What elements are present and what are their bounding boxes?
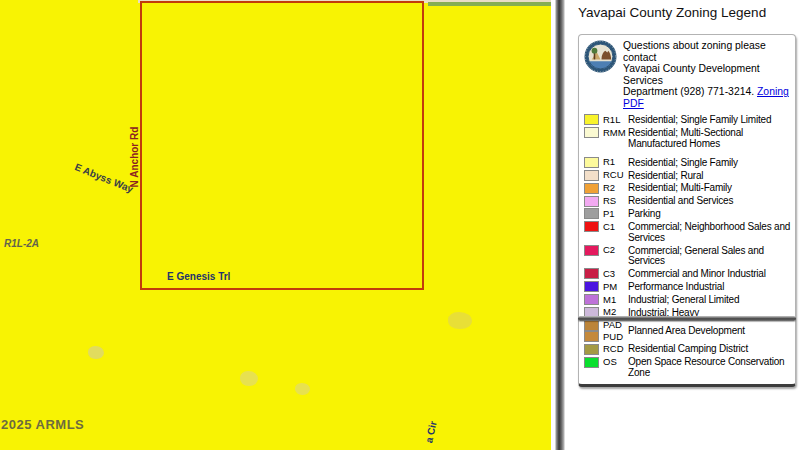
legend-entry: R2Residential; Multi-Family — [584, 183, 791, 194]
zone-description: Parking — [628, 209, 791, 220]
map-building-footprint — [295, 383, 310, 395]
zone-description: Commercial and Minor Industrial — [628, 269, 791, 280]
zone-code: C1 — [603, 222, 615, 232]
legend-entry: C1Commercial; Neighborhood Sales and Ser… — [584, 222, 791, 244]
zone-code: RCD — [603, 344, 624, 354]
zone-description: Residential; Multi-Sectional Manufacture… — [628, 127, 791, 149]
legend-entry: PMPerformance Industrial — [584, 281, 791, 292]
legend-entry: RMMResidential; Multi-Sectional Manufact… — [584, 127, 791, 149]
legend-header: Questions about zoning please contact Ya… — [584, 40, 791, 110]
legend-entries: R1LResidential; Single Family LimitedRMM… — [584, 115, 791, 379]
panel-divider — [551, 0, 568, 450]
legend-entry: RSResidential and Services — [584, 196, 791, 207]
zone-color-swatch — [584, 157, 599, 168]
zone-code: OS — [603, 357, 617, 367]
map-building-footprint — [240, 371, 258, 386]
contact-line-2: Yavapai County Development Services — [623, 63, 760, 86]
zone-description: Residential; Single Family — [628, 157, 791, 168]
zone-code: PAD — [603, 320, 622, 330]
zone-color-swatch — [584, 268, 599, 279]
legend-entry: RCDResidential Camping District — [584, 344, 791, 355]
zone-code: R1 — [603, 157, 615, 167]
legend-entry: RCUResidential; Rural — [584, 170, 791, 181]
legend-title: Yavapai County Zoning Legend — [578, 5, 766, 20]
zone-description: Open Space Resource Conservation Zone — [628, 357, 791, 379]
map-building-footprint — [88, 346, 104, 359]
legend-entry: C2Commercial; General Sales and Services — [584, 245, 791, 267]
zone-code: R1L — [603, 115, 620, 125]
zone-description: Industrial; General Limited — [628, 294, 791, 305]
zone-description: Residential; Rural — [628, 170, 791, 181]
zoning-map[interactable]: N Anchor Rd E Abyss Way R1L-2A E Genesis… — [0, 0, 551, 450]
next-panel-top-edge — [578, 316, 796, 321]
zone-color-swatch — [584, 208, 599, 219]
zone-color-swatch — [584, 281, 599, 292]
legend-entry: R1Residential; Single Family — [584, 157, 791, 168]
zone-description: Residential; Single Family Limited — [628, 115, 791, 126]
zone-color-swatch — [584, 344, 599, 355]
zone-description: Commercial; General Sales and Services — [628, 245, 791, 267]
street-label-cir: a Cir — [423, 420, 438, 444]
zone-code: RS — [603, 196, 616, 206]
zone-color-swatch — [584, 357, 599, 368]
zone-color-swatch — [584, 245, 599, 256]
street-label-n-anchor-rd: N Anchor Rd — [129, 127, 140, 188]
legend-entry: C3Commercial and Minor Industrial — [584, 269, 791, 280]
legend-entry: M1Industrial; General Limited — [584, 294, 791, 305]
zone-code: R2 — [603, 183, 615, 193]
zone-color-swatch — [584, 127, 599, 138]
zone-color-swatch — [584, 170, 599, 181]
county-seal-icon — [584, 40, 617, 73]
copyright-watermark: 2025 ARMLS — [1, 417, 84, 432]
zone-color-swatch — [584, 114, 599, 125]
zone-description: Residential and Services — [628, 196, 791, 207]
zone-code: C3 — [603, 269, 615, 279]
zone-color-swatch — [584, 331, 599, 342]
zone-code-label: R1L-2A — [4, 238, 39, 249]
map-green-boundary — [428, 2, 551, 6]
zone-description: Residential Camping District — [628, 344, 791, 355]
legend-box: Questions about zoning please contact Ya… — [578, 34, 796, 387]
zone-description: Performance Industrial — [628, 281, 791, 292]
zone-color-swatch — [584, 320, 599, 331]
zone-code: PM — [603, 282, 617, 292]
zone-code: PUD — [603, 332, 623, 342]
legend-entry: R1LResidential; Single Family Limited — [584, 115, 791, 126]
parcel-boundary — [140, 1, 424, 290]
legend-entry: P1Parking — [584, 209, 791, 220]
zone-description: Commercial; Neighborhood Sales and Servi… — [628, 222, 791, 244]
zone-description: Residential; Multi-Family — [628, 183, 791, 194]
zone-code: RMM — [603, 128, 626, 138]
street-label-e-genesis-trl: E Genesis Trl — [167, 271, 230, 282]
legend-panel: Yavapai County Zoning Legend Questions a… — [568, 0, 800, 450]
legend-entry: OSOpen Space Resource Conservation Zone — [584, 357, 791, 379]
zone-color-swatch — [584, 294, 599, 305]
map-building-footprint — [448, 312, 472, 329]
zone-code: P1 — [603, 209, 615, 219]
contact-line-3: Department (928) 771-3214. — [623, 86, 757, 97]
zone-code: C2 — [603, 245, 615, 255]
contact-line-1: Questions about zoning please contact — [623, 40, 766, 63]
zone-color-swatch — [584, 221, 599, 232]
street-label-e-abyss-way: E Abyss Way — [73, 161, 135, 194]
zone-code: RCU — [603, 170, 624, 180]
zone-description: Planned Area Development — [628, 326, 791, 337]
zone-code: M1 — [603, 295, 616, 305]
legend-contact-text: Questions about zoning please contact Ya… — [623, 40, 791, 110]
zone-color-swatch — [584, 196, 599, 207]
zone-color-swatch — [584, 183, 599, 194]
legend-entry: PADPUDPlanned Area Development — [584, 320, 791, 342]
